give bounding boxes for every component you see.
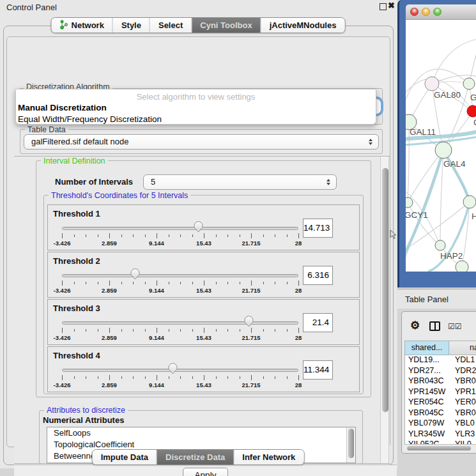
menu-item-equal-width-frequency-discretization[interactable]: Equal Width/Frequency Discretization — [16, 114, 376, 125]
network-node-hap2[interactable] — [435, 240, 445, 250]
slider-track[interactable] — [62, 321, 298, 325]
column-header-name[interactable]: na — [449, 341, 476, 355]
table-row[interactable]: YDL19...YDL1 — [405, 355, 476, 366]
cell-name: YBR0 — [450, 408, 476, 419]
slider-tick-label: 21.715 — [242, 287, 260, 294]
table-row[interactable]: YIL052CYIL0 — [405, 440, 476, 444]
slider-tick — [180, 282, 181, 284]
cell-shared-name: YDL19... — [405, 355, 450, 366]
table-row[interactable]: YPR145WYPR1 — [405, 387, 476, 398]
slider-tick — [180, 329, 181, 332]
slider-tick — [133, 282, 134, 284]
number-of-intervals-spinner[interactable]: 5 — [143, 174, 337, 190]
network-node-gcy1[interactable] — [406, 197, 413, 208]
network-node-gal4[interactable] — [435, 142, 452, 158]
cell-shared-name: YIL052C — [405, 440, 450, 444]
slider-tick — [98, 329, 98, 332]
gear-icon[interactable]: ⚙ — [410, 319, 420, 332]
tab-select[interactable]: Select — [150, 18, 192, 33]
network-node[interactable] — [456, 261, 468, 272]
threshold-panel-4: Threshold 4-3.4262.8599.14415.4321.71528… — [47, 346, 360, 392]
main-vertical-scrollbar[interactable] — [380, 157, 389, 463]
slider-tick — [109, 375, 110, 380]
bottom-tabs: Impute DataDiscretize DataInfer Network — [92, 449, 305, 465]
attributes-group-title: Attributes to discretize — [44, 406, 128, 415]
table-row[interactable]: YDR27...YDR2 — [405, 366, 476, 377]
slider-tick — [240, 329, 240, 332]
thresholds-group-title: Threshold's Coordinates for 5 Intervals — [49, 191, 190, 200]
slider-track[interactable] — [62, 227, 298, 230]
table-row[interactable]: YER054CYER0 — [405, 397, 476, 408]
table-row[interactable]: YBL079WYBL0 — [405, 418, 476, 429]
slider-tick — [109, 280, 110, 286]
minimize-traffic-light-icon[interactable] — [422, 8, 430, 16]
network-node-label: GAL11 — [410, 127, 436, 137]
mac-titlebar — [406, 4, 476, 20]
list-scrollbar[interactable] — [346, 427, 355, 463]
menu-item-manual-discretization[interactable]: Manual Discretization — [16, 102, 376, 114]
slider-tick-label: 2.859 — [102, 381, 117, 388]
table-row[interactable]: YBR045CYBR0 — [405, 408, 476, 419]
tab-jactivemnodules[interactable]: jActiveMNodules — [261, 18, 345, 33]
interval-group-title: Interval Definition — [41, 157, 108, 165]
cell-shared-name: YPR145W — [405, 387, 450, 398]
slider-tick — [86, 329, 86, 332]
tab-cyni-toolbox[interactable]: Cyni Toolbox — [192, 18, 261, 33]
threshold-value-input[interactable]: 11.344 — [303, 360, 333, 380]
checkbox-icons[interactable]: ☑☑ — [448, 322, 462, 331]
close-traffic-light-icon[interactable] — [410, 8, 418, 16]
slider-thumb[interactable] — [193, 220, 204, 233]
slider-tick — [192, 234, 193, 237]
threshold-value-input[interactable]: 14.713 — [303, 219, 333, 238]
slider-tick-label: 15.43 — [196, 381, 211, 388]
table-row[interactable]: YLR345WYLR3 — [405, 429, 476, 440]
control-panel-window: Control Panel ✖ Discretization Algorithm… — [0, 0, 397, 468]
slider-tick — [133, 234, 134, 237]
slider-tick — [109, 328, 110, 333]
slider-tick-label: 2.859 — [102, 240, 117, 247]
top-tabs: NetworkStyleSelectCyni ToolboxjActiveMNo… — [51, 17, 346, 33]
slider-tick — [204, 233, 204, 238]
slider-tick — [192, 329, 193, 332]
close-icon[interactable]: ✖ — [388, 1, 395, 10]
number-of-intervals-value: 5 — [151, 175, 155, 189]
network-canvas[interactable]: GAL80GACGAL11GAL4GCY1HHAP2 — [406, 20, 476, 272]
slider-tick-label: -3.426 — [54, 240, 71, 247]
tab-discretize-data[interactable]: Discretize Data — [157, 450, 234, 464]
slider-track[interactable] — [62, 274, 298, 277]
slider-thumb[interactable] — [167, 362, 178, 375]
slider-tick — [298, 233, 299, 238]
network-node-gal80[interactable] — [425, 77, 439, 91]
float-window-icon[interactable] — [380, 3, 387, 10]
slider-tick — [74, 376, 75, 379]
slider-tick — [98, 234, 98, 237]
slider-tick — [263, 234, 264, 237]
threshold-value-input[interactable]: 6.316 — [303, 266, 333, 285]
tab-impute-data[interactable]: Impute Data — [93, 450, 157, 464]
column-header-shared-name[interactable]: shared... — [404, 341, 449, 355]
slider-tick — [216, 329, 217, 332]
table-horizontal-scrollbar[interactable] — [404, 444, 476, 450]
cell-name: YBL0 — [450, 418, 476, 429]
apply-button[interactable]: Apply — [183, 468, 229, 476]
slider-tick-label: 15.43 — [196, 334, 211, 341]
tab-network[interactable]: Network — [52, 18, 113, 33]
network-node-ga[interactable] — [463, 78, 475, 89]
network-node-c[interactable] — [467, 105, 476, 117]
table-row[interactable]: YBR043CYBR0 — [405, 376, 476, 387]
slider-tick — [74, 329, 75, 332]
network-node-h[interactable] — [463, 196, 476, 208]
list-item-selfloops[interactable]: SelfLoops — [47, 427, 355, 439]
slider-tick — [121, 282, 122, 284]
slider-thumb[interactable] — [243, 315, 254, 328]
zoom-traffic-light-icon[interactable] — [433, 8, 441, 16]
slider-tick — [227, 234, 228, 237]
slider-thumb[interactable] — [130, 268, 141, 280]
table-data-select[interactable]: galFiltered.sif default node — [24, 134, 379, 150]
slider-track[interactable] — [62, 369, 298, 372]
tab-infer-network[interactable]: Infer Network — [234, 450, 303, 464]
tab-style[interactable]: Style — [113, 18, 150, 33]
tab-label: Cyni Toolbox — [200, 20, 252, 30]
split-pane-icon[interactable] — [429, 321, 440, 331]
threshold-value-input[interactable]: 21.4 — [303, 313, 333, 332]
